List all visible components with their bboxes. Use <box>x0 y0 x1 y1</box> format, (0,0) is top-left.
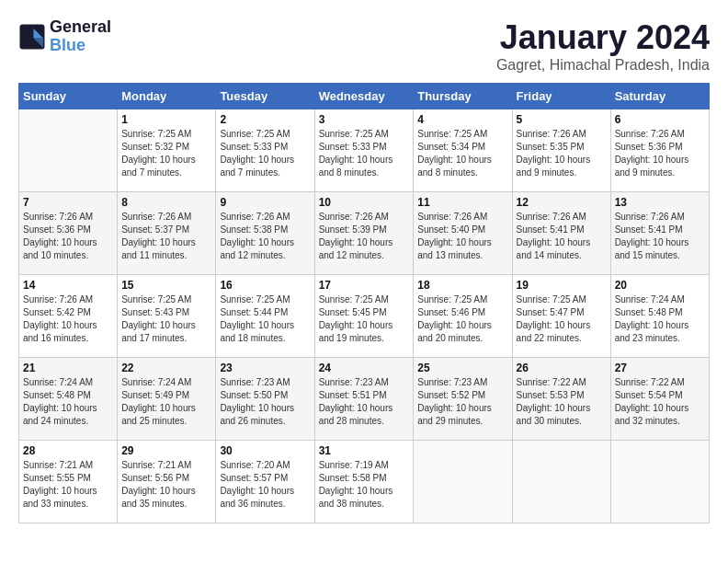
day-info: Sunrise: 7:25 AMSunset: 5:34 PMDaylight:… <box>417 128 507 179</box>
title-block: January 2024 Gagret, Himachal Pradesh, I… <box>496 18 710 74</box>
month-title: January 2024 <box>496 18 710 57</box>
weekday-header-saturday: Saturday <box>610 84 709 109</box>
day-info: Sunrise: 7:26 AMSunset: 5:41 PMDaylight:… <box>517 211 607 262</box>
day-number: 11 <box>417 196 507 209</box>
logo-icon <box>18 23 46 51</box>
calendar-cell: 19Sunrise: 7:25 AMSunset: 5:47 PMDayligh… <box>512 275 610 358</box>
calendar-cell: 20Sunrise: 7:24 AMSunset: 5:48 PMDayligh… <box>610 275 709 358</box>
logo-line1: General <box>50 18 111 37</box>
day-info: Sunrise: 7:21 AMSunset: 5:55 PMDaylight:… <box>23 459 113 511</box>
day-number: 27 <box>615 362 705 374</box>
day-info: Sunrise: 7:24 AMSunset: 5:48 PMDaylight:… <box>615 293 705 345</box>
day-number: 6 <box>615 113 705 126</box>
page-header: General Blue January 2024 Gagret, Himach… <box>18 18 710 74</box>
day-info: Sunrise: 7:23 AMSunset: 5:50 PMDaylight:… <box>220 376 310 428</box>
day-info: Sunrise: 7:26 AMSunset: 5:39 PMDaylight:… <box>319 211 410 262</box>
day-number: 14 <box>23 279 113 292</box>
calendar-cell: 1Sunrise: 7:25 AMSunset: 5:32 PMDaylight… <box>118 109 216 192</box>
calendar-cell: 13Sunrise: 7:26 AMSunset: 5:41 PMDayligh… <box>610 192 709 275</box>
calendar-cell: 10Sunrise: 7:26 AMSunset: 5:39 PMDayligh… <box>314 192 414 275</box>
calendar-cell: 11Sunrise: 7:26 AMSunset: 5:40 PMDayligh… <box>414 192 512 275</box>
day-info: Sunrise: 7:22 AMSunset: 5:53 PMDaylight:… <box>517 376 607 428</box>
calendar-cell: 14Sunrise: 7:26 AMSunset: 5:42 PMDayligh… <box>19 275 118 358</box>
weekday-header-monday: Monday <box>118 84 216 109</box>
day-number: 5 <box>517 113 607 126</box>
day-info: Sunrise: 7:25 AMSunset: 5:45 PMDaylight:… <box>319 293 410 345</box>
day-info: Sunrise: 7:25 AMSunset: 5:46 PMDaylight:… <box>417 293 507 345</box>
calendar-cell: 5Sunrise: 7:26 AMSunset: 5:35 PMDaylight… <box>512 109 610 192</box>
day-info: Sunrise: 7:20 AMSunset: 5:57 PMDaylight:… <box>220 459 310 511</box>
calendar-cell: 24Sunrise: 7:23 AMSunset: 5:51 PMDayligh… <box>314 358 414 441</box>
weekday-header-sunday: Sunday <box>19 84 118 109</box>
day-number: 24 <box>319 362 410 374</box>
calendar-cell: 9Sunrise: 7:26 AMSunset: 5:38 PMDaylight… <box>216 192 314 275</box>
day-number: 1 <box>121 113 211 126</box>
week-row-3: 21Sunrise: 7:24 AMSunset: 5:48 PMDayligh… <box>19 358 710 441</box>
weekday-header-tuesday: Tuesday <box>216 84 314 109</box>
day-info: Sunrise: 7:24 AMSunset: 5:48 PMDaylight:… <box>23 376 113 428</box>
day-number: 4 <box>417 113 507 126</box>
day-number: 10 <box>319 196 410 209</box>
calendar-table: SundayMondayTuesdayWednesdayThursdayFrid… <box>18 83 710 523</box>
calendar-cell: 18Sunrise: 7:25 AMSunset: 5:46 PMDayligh… <box>414 275 512 358</box>
calendar-cell: 12Sunrise: 7:26 AMSunset: 5:41 PMDayligh… <box>512 192 610 275</box>
calendar-cell: 28Sunrise: 7:21 AMSunset: 5:55 PMDayligh… <box>19 441 118 523</box>
logo: General Blue <box>18 18 111 55</box>
calendar-cell: 25Sunrise: 7:23 AMSunset: 5:52 PMDayligh… <box>414 358 512 441</box>
day-number: 19 <box>517 279 607 292</box>
day-number: 15 <box>121 279 211 292</box>
day-info: Sunrise: 7:21 AMSunset: 5:56 PMDaylight:… <box>121 459 211 511</box>
calendar-cell <box>414 441 512 523</box>
day-info: Sunrise: 7:25 AMSunset: 5:43 PMDaylight:… <box>121 293 211 345</box>
day-number: 3 <box>319 113 410 126</box>
day-info: Sunrise: 7:26 AMSunset: 5:41 PMDaylight:… <box>615 211 705 262</box>
day-number: 18 <box>417 279 507 292</box>
day-number: 23 <box>220 362 310 374</box>
day-number: 28 <box>23 444 113 457</box>
day-info: Sunrise: 7:25 AMSunset: 5:33 PMDaylight:… <box>319 128 410 179</box>
weekday-header-wednesday: Wednesday <box>314 84 414 109</box>
day-number: 22 <box>121 362 211 374</box>
calendar-cell: 6Sunrise: 7:26 AMSunset: 5:36 PMDaylight… <box>610 109 709 192</box>
week-row-4: 28Sunrise: 7:21 AMSunset: 5:55 PMDayligh… <box>19 441 710 523</box>
location: Gagret, Himachal Pradesh, India <box>496 57 710 74</box>
calendar-cell: 21Sunrise: 7:24 AMSunset: 5:48 PMDayligh… <box>19 358 118 441</box>
day-number: 12 <box>517 196 607 209</box>
calendar-cell: 27Sunrise: 7:22 AMSunset: 5:54 PMDayligh… <box>610 358 709 441</box>
calendar-cell: 17Sunrise: 7:25 AMSunset: 5:45 PMDayligh… <box>314 275 414 358</box>
calendar-cell: 2Sunrise: 7:25 AMSunset: 5:33 PMDaylight… <box>216 109 314 192</box>
week-row-1: 7Sunrise: 7:26 AMSunset: 5:36 PMDaylight… <box>19 192 710 275</box>
day-number: 16 <box>220 279 310 292</box>
calendar-cell: 8Sunrise: 7:26 AMSunset: 5:37 PMDaylight… <box>118 192 216 275</box>
day-info: Sunrise: 7:25 AMSunset: 5:44 PMDaylight:… <box>220 293 310 345</box>
day-info: Sunrise: 7:25 AMSunset: 5:33 PMDaylight:… <box>220 128 310 179</box>
day-number: 20 <box>615 279 705 292</box>
calendar-cell: 29Sunrise: 7:21 AMSunset: 5:56 PMDayligh… <box>118 441 216 523</box>
day-number: 26 <box>517 362 607 374</box>
day-number: 9 <box>220 196 310 209</box>
day-info: Sunrise: 7:26 AMSunset: 5:37 PMDaylight:… <box>121 211 211 262</box>
day-number: 2 <box>220 113 310 126</box>
weekday-header-friday: Friday <box>512 84 610 109</box>
weekday-header-row: SundayMondayTuesdayWednesdayThursdayFrid… <box>19 84 710 109</box>
calendar-cell: 23Sunrise: 7:23 AMSunset: 5:50 PMDayligh… <box>216 358 314 441</box>
calendar-cell: 30Sunrise: 7:20 AMSunset: 5:57 PMDayligh… <box>216 441 314 523</box>
day-number: 7 <box>23 196 113 209</box>
calendar-cell: 31Sunrise: 7:19 AMSunset: 5:58 PMDayligh… <box>314 441 414 523</box>
day-info: Sunrise: 7:25 AMSunset: 5:47 PMDaylight:… <box>517 293 607 345</box>
day-info: Sunrise: 7:23 AMSunset: 5:52 PMDaylight:… <box>417 376 507 428</box>
day-info: Sunrise: 7:23 AMSunset: 5:51 PMDaylight:… <box>319 376 410 428</box>
day-info: Sunrise: 7:26 AMSunset: 5:38 PMDaylight:… <box>220 211 310 262</box>
day-info: Sunrise: 7:26 AMSunset: 5:35 PMDaylight:… <box>517 128 607 179</box>
day-info: Sunrise: 7:26 AMSunset: 5:42 PMDaylight:… <box>23 293 113 345</box>
weekday-header-thursday: Thursday <box>414 84 512 109</box>
calendar-cell: 15Sunrise: 7:25 AMSunset: 5:43 PMDayligh… <box>118 275 216 358</box>
day-info: Sunrise: 7:19 AMSunset: 5:58 PMDaylight:… <box>319 459 410 511</box>
calendar-cell <box>610 441 709 523</box>
day-number: 21 <box>23 362 113 374</box>
day-number: 25 <box>417 362 507 374</box>
day-info: Sunrise: 7:26 AMSunset: 5:36 PMDaylight:… <box>23 211 113 262</box>
calendar-cell: 4Sunrise: 7:25 AMSunset: 5:34 PMDaylight… <box>414 109 512 192</box>
day-info: Sunrise: 7:24 AMSunset: 5:49 PMDaylight:… <box>121 376 211 428</box>
calendar-cell: 3Sunrise: 7:25 AMSunset: 5:33 PMDaylight… <box>314 109 414 192</box>
